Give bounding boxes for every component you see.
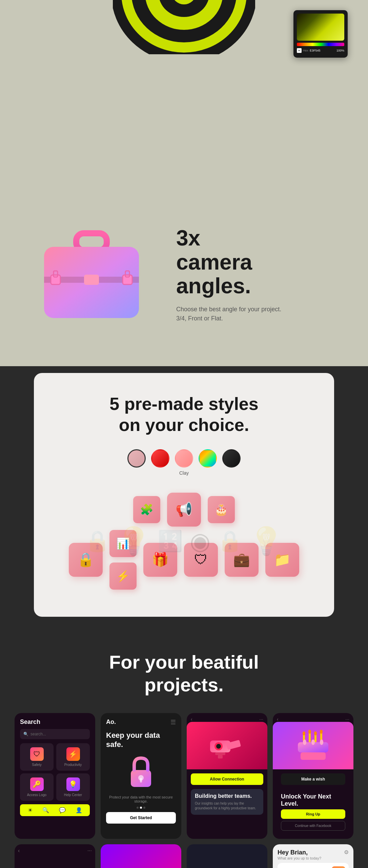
app-showcase-row2: ‹ ··· ♥ ✉ 🕯 Hey Brian, What are you up t…	[15, 844, 353, 868]
settings-gear-icon[interactable]: ⚙	[344, 849, 349, 855]
search-bottom-nav: ☀ 🔍 💬 👤	[20, 804, 90, 816]
style-options	[47, 449, 321, 468]
app-card-camera: ‹ ···	[187, 713, 267, 839]
color-rainbow-slider[interactable]	[297, 43, 344, 46]
search-item-help[interactable]: 💡 Help Center	[56, 773, 90, 801]
search-card-title: Search	[20, 718, 90, 726]
app-card-search: Search 🔍 search... 🛡 Safety ⚡ Productivi…	[15, 713, 95, 839]
app-logo: Ao.	[106, 718, 116, 726]
dot-2-active	[140, 807, 142, 809]
allow-connection-button[interactable]: Allow Connection	[191, 773, 263, 785]
access-label: Access Logo	[27, 793, 46, 797]
unlock-title: Unlock Your Next Level.	[281, 793, 345, 807]
app-showcase-row1: Search 🔍 search... 🛡 Safety ⚡ Productivi…	[15, 713, 353, 839]
color-picker-panel[interactable]: ✏ Hex E3F545 100%	[293, 10, 348, 58]
svg-point-29	[320, 730, 323, 734]
hey-greeting: Hey Brian,	[278, 849, 321, 856]
help-label: Help Center	[64, 793, 82, 797]
section-styles: 5 pre-made styles on your choice. Clay 🔒…	[34, 373, 334, 617]
search-item-productivity[interactable]: ⚡ Productivity	[56, 743, 90, 771]
safety-icon: 🛡	[30, 747, 44, 761]
data-safe-heading: Keep your data safe.	[106, 731, 176, 749]
email-icon: ✉	[130, 866, 152, 868]
carousel-dots	[106, 807, 176, 809]
clay-icon-cake: 🎂	[208, 496, 235, 523]
svg-point-28	[314, 731, 317, 735]
eyedropper-icon[interactable]: ✏	[297, 48, 302, 53]
heart-icon: ♥	[46, 864, 64, 868]
svg-rect-12	[84, 275, 99, 285]
color-gradient	[297, 14, 344, 41]
back-icon-heart[interactable]: ‹	[18, 848, 20, 854]
opacity-value: 100%	[336, 49, 344, 52]
nav-icon-sun[interactable]: ☀	[28, 807, 33, 813]
svg-rect-21	[218, 755, 223, 758]
productivity-icon: ⚡	[66, 747, 80, 761]
search-item-access[interactable]: 🔑 Access Logo	[20, 773, 54, 801]
back-icon[interactable]: ‹	[191, 716, 192, 722]
section-top: ✏ Hex E3F545 100%	[0, 0, 368, 190]
clay-icon-briefcase: 💼	[225, 543, 259, 577]
style-active-label: Clay	[47, 470, 321, 476]
lock-illustration	[106, 756, 176, 792]
search-icon: 🔍	[23, 732, 28, 736]
svg-point-33	[311, 739, 315, 745]
dot-3	[143, 807, 145, 809]
camera-text-block: 3x camera angles. Choose the best angle …	[176, 226, 334, 323]
target-icon	[113, 0, 255, 56]
style-option-dark[interactable]	[222, 449, 241, 468]
svg-point-19	[216, 744, 221, 749]
clay-icon-chart: 📊	[109, 530, 137, 557]
styles-heading: 5 pre-made styles on your choice.	[47, 393, 321, 436]
svg-rect-10	[123, 275, 132, 284]
productivity-label: Productivity	[64, 763, 82, 767]
hey-sub-greeting: What are you up to today?	[278, 856, 321, 860]
search-item-safety[interactable]: 🛡 Safety	[20, 743, 54, 771]
clay-icon-shield: 🛡	[184, 543, 218, 577]
back-icon-cake[interactable]: ‹	[277, 716, 279, 722]
app-card-flag: 🕯	[187, 844, 267, 868]
svg-point-27	[308, 730, 311, 734]
hex-label: Hex	[303, 49, 308, 52]
style-option-clay[interactable]	[127, 449, 146, 468]
nav-icon-user[interactable]: 👤	[76, 807, 82, 813]
facebook-button[interactable]: Continue with Facebook	[281, 821, 345, 831]
style-option-pastel[interactable]	[175, 449, 193, 468]
style-option-glossy[interactable]	[151, 449, 169, 468]
heart-card-nav: ‹ ···	[18, 848, 92, 854]
camera-card-nav: ‹ ···	[187, 713, 267, 722]
get-started-button[interactable]: Get Started	[106, 812, 176, 824]
svg-rect-20	[215, 752, 225, 755]
more-icon-heart[interactable]: ···	[87, 848, 92, 854]
more-icon-cake[interactable]: ···	[345, 716, 349, 722]
access-icon: 🔑	[30, 777, 44, 791]
hex-value: E3F545	[310, 49, 335, 52]
app-card-data-safe: Ao. ☰ Keep your data safe.	[101, 713, 181, 839]
help-icon: 💡	[66, 777, 80, 791]
ring-up-button[interactable]: Ring Up	[281, 809, 345, 819]
clay-icon-puzzle: 🧩	[133, 496, 160, 523]
section-camera: 3x camera angles. Choose the best angle …	[0, 190, 368, 366]
more-icon[interactable]: ···	[259, 716, 263, 722]
make-wish-button[interactable]: Make a wish	[281, 773, 345, 785]
camera-illustration	[187, 722, 267, 769]
clay-icon-folder: 📁	[265, 543, 299, 577]
camera-heading: 3x camera angles.	[176, 226, 334, 298]
cake-illustration	[273, 722, 353, 769]
clay-icon-power: ⚡	[109, 563, 137, 590]
svg-point-32	[303, 739, 306, 745]
search-placeholder: search...	[30, 732, 46, 736]
app-card-cake: ‹ ···	[273, 713, 353, 839]
cake-card-nav: ‹ ···	[273, 713, 353, 722]
finance-summary-card[interactable]: Finance Summary 6 updates 📊	[278, 863, 349, 868]
nav-icon-search[interactable]: 🔍	[42, 807, 49, 813]
app-card-heart: ‹ ··· ♥	[15, 844, 95, 868]
nav-icon-chat[interactable]: 💬	[59, 807, 66, 813]
camera-subtext: Choose the best angle for your project. …	[176, 305, 334, 323]
finance-icon: 📊	[332, 866, 345, 868]
search-input-field[interactable]: 🔍 search...	[20, 729, 90, 739]
section-projects: For your beatiful projects. Search 🔍 sea…	[0, 624, 368, 868]
style-option-colorful[interactable]	[199, 449, 217, 468]
menu-icon[interactable]: ☰	[170, 718, 176, 727]
app-card-email: ✉	[101, 844, 181, 868]
